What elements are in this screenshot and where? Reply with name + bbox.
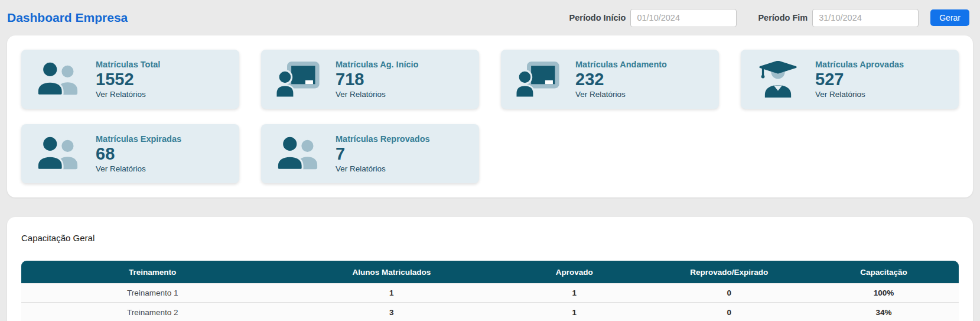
users-icon	[261, 135, 336, 172]
view-reports-link[interactable]: Ver Relatórios	[815, 90, 904, 99]
period-start-label: Período Início	[569, 13, 626, 22]
card-value: 1552	[96, 70, 160, 89]
card-value: 7	[336, 145, 430, 164]
card-title: Matrículas Reprovados	[336, 134, 430, 144]
table-header-row: Treinamento Alunos Matriculados Aprovado…	[21, 261, 959, 283]
header-treinamento: Treinamento	[21, 261, 284, 283]
card-title: Matrículas Aprovadas	[815, 60, 904, 69]
card-body: Matrículas Total 1552 Ver Relatórios	[96, 60, 160, 99]
stat-cards-panel: Matrículas Total 1552 Ver Relatórios Mat…	[7, 35, 973, 197]
period-filters: Período Início Período Fim Gerar	[569, 9, 969, 27]
cell-reprovado-expirado: 0	[649, 283, 809, 303]
users-icon	[21, 135, 96, 172]
generate-button[interactable]: Gerar	[930, 9, 969, 26]
card-matriculas-total: Matrículas Total 1552 Ver Relatórios	[21, 50, 239, 109]
cell-capacitacao: 34%	[809, 303, 959, 321]
card-matriculas-aprovadas: Matrículas Aprovadas 527 Ver Relatórios	[741, 50, 959, 109]
header-reprovado-expirado: Reprovado/Expirado	[649, 261, 809, 283]
period-end-input[interactable]	[812, 9, 919, 27]
capacitacao-table: Treinamento Alunos Matriculados Aprovado…	[21, 261, 959, 321]
chalkboard-user-icon	[501, 61, 575, 98]
card-body: Matrículas Reprovados 7 Ver Relatórios	[336, 134, 430, 174]
card-matriculas-expiradas: Matrículas Expiradas 68 Ver Relatórios	[21, 124, 239, 183]
capacitacao-panel: Capacitação Geral Treinamento Alunos Mat…	[7, 217, 973, 321]
card-value: 232	[575, 70, 667, 89]
chalkboard-user-icon	[261, 61, 336, 98]
table-row: Treinamento 1 1 1 0 100%	[21, 283, 959, 303]
card-body: Matrículas Ag. Início 718 Ver Relatórios	[336, 60, 418, 99]
card-title: Matrículas Andamento	[575, 60, 667, 69]
period-start-input[interactable]	[630, 9, 737, 27]
card-matriculas-ag-inicio: Matrículas Ag. Início 718 Ver Relatórios	[261, 50, 479, 109]
page-title: Dashboard Empresa	[7, 11, 128, 25]
card-matriculas-andamento: Matrículas Andamento 232 Ver Relatórios	[501, 50, 719, 109]
table-row: Treinamento 2 3 1 0 34%	[21, 303, 959, 321]
card-body: Matrículas Expiradas 68 Ver Relatórios	[96, 134, 181, 174]
cell-alunos: 3	[284, 303, 499, 321]
cell-alunos: 1	[284, 283, 499, 303]
card-value: 68	[96, 145, 181, 164]
view-reports-link[interactable]: Ver Relatórios	[336, 164, 430, 173]
period-end-label: Período Fim	[758, 13, 808, 22]
header-alunos-matriculados: Alunos Matriculados	[284, 261, 499, 283]
section-title: Capacitação Geral	[21, 233, 959, 243]
view-reports-link[interactable]: Ver Relatórios	[575, 90, 667, 99]
user-graduate-icon	[741, 61, 815, 98]
card-body: Matrículas Andamento 232 Ver Relatórios	[575, 60, 667, 99]
card-value: 718	[336, 70, 418, 89]
header-capacitacao: Capacitação	[809, 261, 959, 283]
cell-aprovado: 1	[499, 303, 649, 321]
card-matriculas-reprovados: Matrículas Reprovados 7 Ver Relatórios	[261, 124, 479, 183]
header-aprovado: Aprovado	[499, 261, 649, 283]
card-title: Matrículas Expiradas	[96, 134, 181, 144]
cell-treinamento: Treinamento 2	[21, 303, 284, 321]
cell-reprovado-expirado: 0	[649, 303, 809, 321]
users-icon	[21, 61, 96, 98]
card-value: 527	[815, 70, 904, 89]
card-title: Matrículas Ag. Início	[336, 60, 418, 69]
cell-treinamento: Treinamento 1	[21, 283, 284, 303]
topbar: Dashboard Empresa Período Início Período…	[0, 0, 980, 35]
view-reports-link[interactable]: Ver Relatórios	[96, 164, 181, 173]
card-title: Matrículas Total	[96, 60, 160, 69]
cell-capacitacao: 100%	[809, 283, 959, 303]
cell-aprovado: 1	[499, 283, 649, 303]
view-reports-link[interactable]: Ver Relatórios	[336, 90, 418, 99]
view-reports-link[interactable]: Ver Relatórios	[96, 90, 160, 99]
card-body: Matrículas Aprovadas 527 Ver Relatórios	[815, 60, 904, 99]
stat-cards-grid: Matrículas Total 1552 Ver Relatórios Mat…	[21, 50, 959, 183]
